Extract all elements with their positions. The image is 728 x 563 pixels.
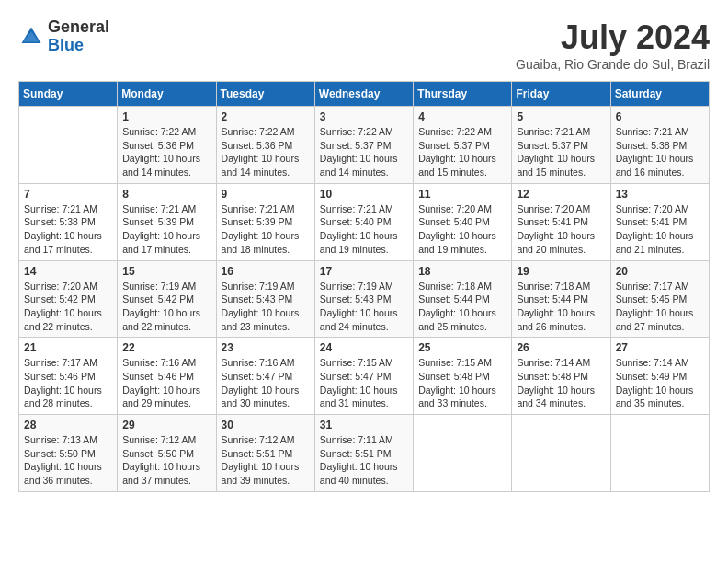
logo: General Blue <box>18 18 109 55</box>
day-info: Sunrise: 7:19 AMSunset: 5:42 PMDaylight:… <box>122 280 210 334</box>
day-number: 6 <box>616 110 704 123</box>
day-number: 13 <box>616 188 704 201</box>
day-info: Sunrise: 7:19 AMSunset: 5:43 PMDaylight:… <box>320 280 408 334</box>
calendar-cell: 15Sunrise: 7:19 AMSunset: 5:42 PMDayligh… <box>118 260 216 338</box>
weekday-header-wednesday: Wednesday <box>314 82 413 107</box>
day-info: Sunrise: 7:22 AMSunset: 5:36 PMDaylight:… <box>122 125 210 179</box>
calendar-cell: 11Sunrise: 7:20 AMSunset: 5:40 PMDayligh… <box>414 183 512 260</box>
day-number: 11 <box>418 188 506 201</box>
day-number: 18 <box>418 265 506 278</box>
weekday-header-sunday: Sunday <box>19 82 118 107</box>
calendar-cell: 16Sunrise: 7:19 AMSunset: 5:43 PMDayligh… <box>216 260 314 338</box>
day-info: Sunrise: 7:16 AMSunset: 5:47 PMDaylight:… <box>222 356 310 410</box>
day-number: 2 <box>222 110 310 123</box>
calendar-cell: 28Sunrise: 7:13 AMSunset: 5:50 PMDayligh… <box>19 415 118 492</box>
calendar-cell: 21Sunrise: 7:17 AMSunset: 5:46 PMDayligh… <box>19 338 118 415</box>
day-number: 20 <box>616 265 704 278</box>
day-info: Sunrise: 7:21 AMSunset: 5:38 PMDaylight:… <box>24 202 112 257</box>
day-info: Sunrise: 7:17 AMSunset: 5:45 PMDaylight:… <box>616 280 704 334</box>
month-title: July 2024 <box>516 18 710 57</box>
calendar-cell: 31Sunrise: 7:11 AMSunset: 5:51 PMDayligh… <box>314 415 413 492</box>
day-info: Sunrise: 7:16 AMSunset: 5:46 PMDaylight:… <box>122 356 210 410</box>
weekday-header-monday: Monday <box>118 82 216 107</box>
day-info: Sunrise: 7:11 AMSunset: 5:51 PMDaylight:… <box>320 433 408 488</box>
day-number: 24 <box>320 341 408 354</box>
day-info: Sunrise: 7:12 AMSunset: 5:50 PMDaylight:… <box>122 433 210 488</box>
day-number: 9 <box>222 188 310 201</box>
week-row-5: 28Sunrise: 7:13 AMSunset: 5:50 PMDayligh… <box>19 415 710 492</box>
day-number: 29 <box>122 419 210 431</box>
calendar-cell <box>512 415 610 492</box>
week-row-4: 21Sunrise: 7:17 AMSunset: 5:46 PMDayligh… <box>19 338 710 415</box>
logo-general: General <box>48 18 109 37</box>
calendar-cell: 13Sunrise: 7:20 AMSunset: 5:41 PMDayligh… <box>610 183 709 260</box>
day-number: 26 <box>517 341 605 354</box>
day-info: Sunrise: 7:20 AMSunset: 5:41 PMDaylight:… <box>517 202 605 257</box>
day-info: Sunrise: 7:15 AMSunset: 5:48 PMDaylight:… <box>418 356 506 410</box>
day-info: Sunrise: 7:21 AMSunset: 5:37 PMDaylight:… <box>517 125 605 179</box>
weekday-header-saturday: Saturday <box>610 82 709 107</box>
calendar-table: SundayMondayTuesdayWednesdayThursdayFrid… <box>18 81 710 492</box>
day-number: 23 <box>222 341 310 354</box>
calendar-cell: 22Sunrise: 7:16 AMSunset: 5:46 PMDayligh… <box>118 338 216 415</box>
calendar-cell <box>19 107 118 184</box>
calendar-cell: 2Sunrise: 7:22 AMSunset: 5:36 PMDaylight… <box>216 107 314 184</box>
calendar-cell: 10Sunrise: 7:21 AMSunset: 5:40 PMDayligh… <box>314 183 413 260</box>
calendar-cell: 1Sunrise: 7:22 AMSunset: 5:36 PMDaylight… <box>118 107 216 184</box>
page-header: General Blue July 2024 Guaiba, Rio Grand… <box>18 18 710 72</box>
day-info: Sunrise: 7:22 AMSunset: 5:36 PMDaylight:… <box>222 125 310 179</box>
day-number: 4 <box>418 110 506 123</box>
weekday-header-tuesday: Tuesday <box>216 82 314 107</box>
calendar-cell: 4Sunrise: 7:22 AMSunset: 5:37 PMDaylight… <box>414 107 512 184</box>
calendar-cell: 19Sunrise: 7:18 AMSunset: 5:44 PMDayligh… <box>512 260 610 338</box>
day-number: 15 <box>122 265 210 278</box>
day-info: Sunrise: 7:18 AMSunset: 5:44 PMDaylight:… <box>517 280 605 334</box>
day-number: 22 <box>122 341 210 354</box>
calendar-cell: 17Sunrise: 7:19 AMSunset: 5:43 PMDayligh… <box>314 260 413 338</box>
calendar-cell: 29Sunrise: 7:12 AMSunset: 5:50 PMDayligh… <box>118 415 216 492</box>
week-row-2: 7Sunrise: 7:21 AMSunset: 5:38 PMDaylight… <box>19 183 710 260</box>
day-number: 12 <box>517 188 605 201</box>
day-info: Sunrise: 7:18 AMSunset: 5:44 PMDaylight:… <box>418 280 506 334</box>
logo-icon <box>18 24 44 50</box>
calendar-cell: 27Sunrise: 7:14 AMSunset: 5:49 PMDayligh… <box>610 338 709 415</box>
calendar-cell: 18Sunrise: 7:18 AMSunset: 5:44 PMDayligh… <box>414 260 512 338</box>
calendar-cell: 30Sunrise: 7:12 AMSunset: 5:51 PMDayligh… <box>216 415 314 492</box>
calendar-cell: 20Sunrise: 7:17 AMSunset: 5:45 PMDayligh… <box>610 260 709 338</box>
day-number: 28 <box>24 419 112 431</box>
calendar-cell: 24Sunrise: 7:15 AMSunset: 5:47 PMDayligh… <box>314 338 413 415</box>
calendar-cell: 3Sunrise: 7:22 AMSunset: 5:37 PMDaylight… <box>314 107 413 184</box>
day-info: Sunrise: 7:21 AMSunset: 5:39 PMDaylight:… <box>122 202 210 257</box>
day-info: Sunrise: 7:19 AMSunset: 5:43 PMDaylight:… <box>222 280 310 334</box>
day-info: Sunrise: 7:20 AMSunset: 5:40 PMDaylight:… <box>418 202 506 257</box>
day-info: Sunrise: 7:14 AMSunset: 5:49 PMDaylight:… <box>616 356 704 410</box>
day-number: 10 <box>320 188 408 201</box>
calendar-cell: 9Sunrise: 7:21 AMSunset: 5:39 PMDaylight… <box>216 183 314 260</box>
day-info: Sunrise: 7:22 AMSunset: 5:37 PMDaylight:… <box>418 125 506 179</box>
calendar-cell: 7Sunrise: 7:21 AMSunset: 5:38 PMDaylight… <box>19 183 118 260</box>
weekday-header-friday: Friday <box>512 82 610 107</box>
weekday-header-row: SundayMondayTuesdayWednesdayThursdayFrid… <box>19 82 710 107</box>
day-info: Sunrise: 7:14 AMSunset: 5:48 PMDaylight:… <box>517 356 605 410</box>
week-row-3: 14Sunrise: 7:20 AMSunset: 5:42 PMDayligh… <box>19 260 710 338</box>
calendar-cell: 25Sunrise: 7:15 AMSunset: 5:48 PMDayligh… <box>414 338 512 415</box>
calendar-cell: 6Sunrise: 7:21 AMSunset: 5:38 PMDaylight… <box>610 107 709 184</box>
day-info: Sunrise: 7:21 AMSunset: 5:40 PMDaylight:… <box>320 202 408 257</box>
day-number: 7 <box>24 188 112 201</box>
calendar-cell: 23Sunrise: 7:16 AMSunset: 5:47 PMDayligh… <box>216 338 314 415</box>
day-info: Sunrise: 7:20 AMSunset: 5:41 PMDaylight:… <box>616 202 704 257</box>
day-info: Sunrise: 7:17 AMSunset: 5:46 PMDaylight:… <box>24 356 112 410</box>
day-info: Sunrise: 7:21 AMSunset: 5:38 PMDaylight:… <box>616 125 704 179</box>
day-info: Sunrise: 7:20 AMSunset: 5:42 PMDaylight:… <box>24 280 112 334</box>
calendar-cell <box>610 415 709 492</box>
day-number: 19 <box>517 265 605 278</box>
calendar-cell <box>414 415 512 492</box>
title-area: July 2024 Guaiba, Rio Grande do Sul, Bra… <box>516 18 710 72</box>
day-number: 3 <box>320 110 408 123</box>
day-info: Sunrise: 7:13 AMSunset: 5:50 PMDaylight:… <box>24 433 112 488</box>
day-info: Sunrise: 7:21 AMSunset: 5:39 PMDaylight:… <box>222 202 310 257</box>
calendar-cell: 8Sunrise: 7:21 AMSunset: 5:39 PMDaylight… <box>118 183 216 260</box>
day-info: Sunrise: 7:15 AMSunset: 5:47 PMDaylight:… <box>320 356 408 410</box>
day-number: 5 <box>517 110 605 123</box>
calendar-cell: 14Sunrise: 7:20 AMSunset: 5:42 PMDayligh… <box>19 260 118 338</box>
